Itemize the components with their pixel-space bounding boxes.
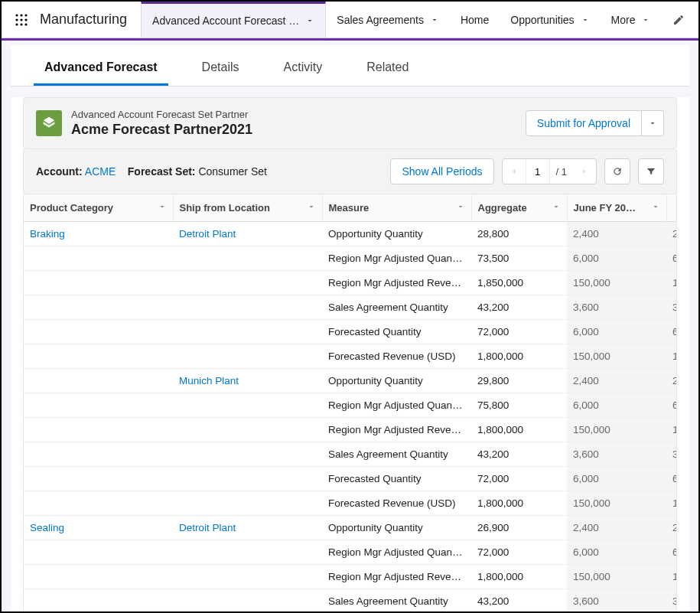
svg-point-8	[24, 23, 27, 25]
aggregate-cell: 1,800,000	[471, 491, 567, 516]
table-row: Sales Agreement Quantity43,2003,6003	[24, 589, 677, 614]
app-title: Manufacturing	[40, 11, 127, 28]
table-row: Region Mgr Adjusted Quantity73,5006,0006	[24, 246, 677, 271]
aggregate-cell: 1,850,000	[471, 271, 567, 295]
period-cell[interactable]: 1	[666, 344, 677, 369]
nav-tab[interactable]: Advanced Account Forecast …	[141, 2, 326, 37]
record-header: Advanced Account Forecast Set Partner Ac…	[23, 97, 677, 149]
record-type-label: Advanced Account Forecast Set Partner	[71, 109, 252, 120]
period-cell[interactable]: 2,400	[567, 222, 666, 246]
period-cell[interactable]: 6,000	[567, 320, 666, 344]
pager-prev[interactable]	[503, 159, 526, 184]
aggregate-cell: 43,200	[471, 295, 567, 320]
svg-point-6	[15, 23, 18, 25]
period-cell[interactable]: 2	[666, 516, 677, 540]
period-cell[interactable]: 6,000	[567, 467, 666, 491]
subtab[interactable]: Related	[356, 53, 419, 86]
location-link[interactable]: Detroit Plant	[179, 228, 236, 240]
aggregate-cell: 1,800,000	[471, 344, 567, 369]
col-header-period-2[interactable]	[666, 194, 677, 222]
table-row: Munich PlantOpportunity Quantity29,8002,…	[24, 369, 677, 393]
product-category-link[interactable]: Braking	[30, 228, 65, 240]
period-cell[interactable]: 2,400	[567, 516, 666, 540]
period-cell[interactable]: 150,000	[567, 491, 666, 516]
period-cell[interactable]: 3,600	[567, 295, 666, 320]
period-cell[interactable]: 2	[666, 222, 677, 246]
location-link[interactable]: Detroit Plant	[179, 522, 236, 533]
aggregate-cell: 26,900	[471, 516, 567, 540]
col-header-ship-from[interactable]: Ship from Location	[173, 194, 322, 222]
period-cell[interactable]: 1	[666, 491, 677, 516]
submit-for-approval-button[interactable]: Submit for Approval	[526, 110, 642, 136]
app-launcher-icon[interactable]	[11, 9, 32, 31]
refresh-button[interactable]	[604, 158, 630, 184]
chevron-down-icon	[641, 15, 650, 24]
period-cell[interactable]: 6	[666, 320, 677, 344]
period-cell[interactable]: 6,000	[567, 246, 666, 271]
measure-cell: Opportunity Quantity	[322, 369, 471, 393]
period-cell[interactable]: 6	[666, 246, 677, 271]
aggregate-cell: 43,200	[471, 442, 567, 467]
period-cell[interactable]: 1	[666, 565, 677, 589]
nav-tab[interactable]: Sales Agreements	[326, 2, 450, 37]
aggregate-cell: 43,200	[471, 589, 567, 614]
filter-summary: Account: ACME Forecast Set: Consumer Set	[36, 165, 267, 178]
record-title: Acme Forecast Partner2021	[71, 122, 252, 138]
measure-cell: Sales Agreement Quantity	[322, 442, 471, 467]
nav-tab[interactable]: More	[601, 2, 662, 37]
measure-cell: Forecasted Revenue (USD)	[322, 491, 471, 516]
period-cell[interactable]: 2	[666, 369, 677, 393]
measure-cell: Region Mgr Adjusted Quantity	[322, 393, 471, 418]
period-cell[interactable]: 1	[666, 418, 677, 442]
aggregate-cell: 72,000	[471, 320, 567, 344]
period-cell[interactable]: 6,000	[567, 393, 666, 418]
location-link[interactable]: Munich Plant	[179, 375, 239, 386]
svg-point-5	[24, 18, 27, 21]
record-actions-dropdown[interactable]	[642, 110, 664, 136]
pager-next[interactable]	[573, 159, 596, 184]
table-row: Sales Agreement Quantity43,2003,6003	[24, 442, 677, 467]
account-link[interactable]: ACME	[85, 165, 116, 178]
subtab[interactable]: Details	[191, 53, 250, 86]
period-cell[interactable]: 3,600	[567, 589, 666, 614]
period-cell[interactable]: 3,600	[567, 442, 666, 467]
svg-point-3	[15, 18, 18, 21]
col-header-measure[interactable]: Measure	[322, 194, 471, 222]
measure-cell: Region Mgr Adjusted Quantity	[322, 246, 471, 271]
aggregate-cell: 1,800,000	[471, 418, 567, 442]
subtab[interactable]: Activity	[273, 53, 334, 86]
period-cell[interactable]: 3	[666, 442, 677, 467]
period-cell[interactable]: 6	[666, 393, 677, 418]
measure-cell: Opportunity Quantity	[322, 222, 471, 246]
col-header-product-category[interactable]: Product Category	[24, 194, 173, 222]
show-all-periods-button[interactable]: Show All Periods	[390, 158, 493, 184]
product-category-link[interactable]: Sealing	[30, 522, 64, 533]
aggregate-cell: 1,800,000	[471, 565, 567, 589]
period-cell[interactable]: 2,400	[567, 369, 666, 393]
period-cell[interactable]: 6,000	[567, 540, 666, 565]
chevron-down-icon	[430, 15, 439, 24]
pager-input[interactable]	[526, 159, 550, 184]
measure-cell: Region Mgr Adjusted Reven…	[322, 418, 471, 442]
period-cell[interactable]: 150,000	[567, 271, 666, 295]
period-cell[interactable]: 3	[666, 589, 677, 614]
nav-tab[interactable]: Home	[450, 2, 500, 37]
period-cell[interactable]: 150,000	[567, 565, 666, 589]
col-header-period-1[interactable]: June FY 20…	[567, 194, 666, 222]
subtab[interactable]: Advanced Forecast	[34, 53, 168, 86]
measure-cell: Region Mgr Adjusted Quantity	[322, 540, 471, 565]
svg-point-2	[24, 14, 27, 16]
nav-tab[interactable]: Opportunities	[500, 2, 600, 37]
period-cell[interactable]: 150,000	[567, 418, 666, 442]
period-cell[interactable]: 6	[666, 540, 677, 565]
forecast-table: Product Category Ship from Location Meas…	[24, 194, 677, 613]
aggregate-cell: 72,000	[471, 540, 567, 565]
col-header-aggregate[interactable]: Aggregate	[471, 194, 567, 222]
period-cell[interactable]: 1	[666, 271, 677, 295]
filter-button[interactable]	[638, 158, 664, 184]
edit-nav-icon[interactable]	[668, 14, 689, 26]
measure-cell: Opportunity Quantity	[322, 516, 471, 540]
period-cell[interactable]: 6	[666, 467, 677, 491]
period-cell[interactable]: 3	[666, 295, 677, 320]
period-cell[interactable]: 150,000	[567, 344, 666, 369]
